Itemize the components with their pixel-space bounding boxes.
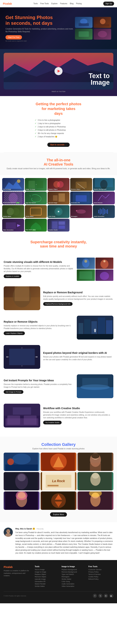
tool-card-remove-object[interactable]: Remove Object [70, 178, 92, 191]
perfect-cta-label: Start in seconds [50, 144, 65, 146]
ai-models-grid [77, 258, 113, 281]
hero-headline-line2: in seconds, [5, 20, 32, 26]
footer-link-cookie[interactable]: Cookie Policy [88, 576, 113, 578]
nav-free-tools[interactable]: Free Tools [40, 2, 49, 4]
svg-rect-42 [76, 195, 87, 202]
tool-card-sketch-render[interactable]: Sketch Render [93, 192, 115, 204]
footer-link-video[interactable]: Video Generation [62, 585, 87, 587]
nav-features[interactable]: Features [60, 2, 67, 4]
tool-card-generative-fill[interactable]: Generative Fill [70, 192, 92, 204]
footer-link-upscale[interactable]: Upscale Image [35, 578, 60, 580]
tool-card-reimagine[interactable]: Reimagine [70, 205, 92, 218]
feature-background: Replace or Remove Background Edit photos… [4, 286, 113, 310]
footer-link-color[interactable]: Color Song [62, 580, 87, 582]
footer-col-free: Free Tools Customer Service Privacy Poli… [88, 566, 113, 588]
svg-rect-19 [37, 181, 43, 188]
feature-prompts-btn[interactable]: Get Image to Prompt [4, 390, 23, 394]
nav-explore[interactable]: Explore [51, 2, 58, 4]
footer-link-customer[interactable]: Customer Service [88, 569, 113, 570]
footer-link-type-sketch[interactable]: Type And Sketch [62, 574, 87, 575]
svg-point-52 [58, 211, 59, 212]
footer-link-image-to-image[interactable]: Image to Image [35, 571, 60, 573]
perfect-list-item-4: ✓ 3 days to edit photos in Photoshop [35, 129, 82, 131]
nav-pricing[interactable]: Pricing [76, 2, 82, 4]
footer-link-replace-object[interactable]: Replace Object [35, 574, 60, 575]
feature-studio: Workflow with Creative Studio Elevate yo… [4, 404, 113, 428]
footer-link-replace-bg[interactable]: Replace Background [62, 569, 87, 570]
footer-link-privacy[interactable]: Privacy Policy [88, 571, 113, 573]
footer-col-image-title: Image to Image [62, 566, 87, 568]
svg-rect-143 [79, 472, 112, 490]
social-youtube[interactable]: ▶ [109, 594, 113, 598]
svg-point-129 [91, 453, 100, 459]
footer-link-reimagine[interactable]: Reimagine [62, 576, 87, 578]
video-text-overlay: Text to Image [89, 72, 110, 86]
feature-expand-img [4, 345, 40, 369]
feature-background-btn[interactable]: Replace/Remove Background Info [43, 302, 73, 306]
gallery-img-7 [4, 492, 39, 510]
tool-card-upscale[interactable]: Upscale Image [48, 192, 69, 204]
svg-point-160 [6, 529, 10, 533]
svg-rect-68 [52, 222, 58, 229]
nav-blog[interactable]: Blog [70, 2, 74, 4]
tool-card-stroke-maker[interactable]: Stroke Maker [25, 205, 47, 218]
tool-label-free-tools: Free Tools Free [26, 229, 46, 231]
svg-rect-55 [98, 210, 99, 214]
feature-prompts-text: Get Instant Prompts for Your Image Ideas… [4, 379, 74, 394]
svg-point-119 [7, 458, 14, 465]
footer-link-remove-bg[interactable]: Remove Background [62, 571, 87, 573]
svg-point-4 [100, 19, 106, 24]
tool-card-video[interactable]: Video Generation [2, 219, 24, 232]
hero-cta-button[interactable]: Start For Free [5, 35, 22, 40]
footer-link-generative-fill[interactable]: Generative Fill [35, 580, 60, 582]
svg-point-73 [84, 260, 87, 263]
feature-ai-models-btn[interactable]: Explore AI models [4, 274, 21, 278]
logo[interactable]: Pixalab [3, 2, 12, 5]
social-twitter[interactable]: 𝕏 [98, 594, 102, 598]
tool-card-image-to-image[interactable]: → Image To Image [25, 178, 47, 191]
tool-card-replace-background[interactable]: Replace Background [93, 178, 115, 191]
tool-card-similar-maker[interactable]: Similar Maker [2, 205, 24, 218]
footer-link-remove-object[interactable]: Remove Object [35, 576, 60, 578]
gallery-explore-button[interactable]: Explore More [50, 512, 67, 516]
feature-background-title: Replace or Remove Background [43, 291, 113, 294]
tool-card-color-song[interactable]: Color Song [48, 205, 69, 218]
footer-link-terms[interactable]: Terms of Service [88, 574, 113, 575]
feature-ai-models-visual [77, 258, 113, 281]
tool-card-free-tools[interactable]: Free Tools Free [25, 219, 47, 232]
footer-link-audio[interactable]: Audio Generation [62, 583, 87, 585]
footer-link-refund[interactable]: Refund Policy [88, 578, 113, 580]
tool-card-audio[interactable]: Audio Generation [93, 205, 115, 218]
check-icon-5: ✓ [35, 132, 37, 134]
free-badge-free-tools: Free [32, 229, 36, 231]
nav-tools[interactable]: Tools [33, 2, 38, 4]
tool-card-replace-object[interactable]: Replace Object [48, 178, 69, 191]
footer-link-sketch-render[interactable]: Sketch Render [35, 583, 60, 585]
perfect-cta-button[interactable]: Start in seconds → [47, 142, 70, 147]
footer-link-text-to-image[interactable]: Text to Image [35, 569, 60, 570]
signup-button[interactable]: Sign Up [103, 2, 114, 6]
footer-top: Pixalab Pixalab is a creative AI platfor… [4, 566, 113, 588]
svg-rect-57 [101, 209, 102, 214]
svg-rect-58 [103, 208, 104, 215]
tool-card-text-to-image[interactable]: Text to Image [2, 178, 24, 191]
social-linkedin[interactable]: in [104, 594, 108, 598]
social-facebook[interactable]: f [93, 594, 97, 598]
feature-background-img [4, 286, 40, 310]
tool-card-remove-background[interactable]: Remove Background Free [2, 192, 24, 204]
footer-link-similar-maker[interactable]: Similar Maker [35, 585, 60, 587]
testimonial-section: Hey, this is Sarah 🤗 • Recently I've bee… [0, 522, 117, 560]
svg-rect-118 [5, 464, 38, 471]
svg-rect-39 [58, 194, 65, 202]
tool-card-creative-studio[interactable]: Creative Studio [48, 219, 69, 232]
testimonial-date: • Recently [36, 528, 44, 530]
tool-card-type-sketch[interactable]: T Type And Sketch [25, 192, 47, 204]
footer-link-stroke[interactable]: Stroke Maker [62, 578, 87, 580]
all-in-one-section: The all-in-one AI Creative Tools Easily … [0, 152, 117, 175]
feature-prompts: Get Instant Prompts for Your Image Ideas… [4, 374, 113, 398]
feature-prompts-img [77, 374, 113, 398]
feature-objects-btn[interactable]: Learn Replace Objects [4, 332, 25, 335]
feature-studio-btn[interactable]: Try Creative Studio [43, 421, 62, 424]
check-icon-6: ✓ [35, 135, 37, 138]
perfect-list-item-6: ✓ 2 days of headaches 😣 [35, 135, 82, 138]
